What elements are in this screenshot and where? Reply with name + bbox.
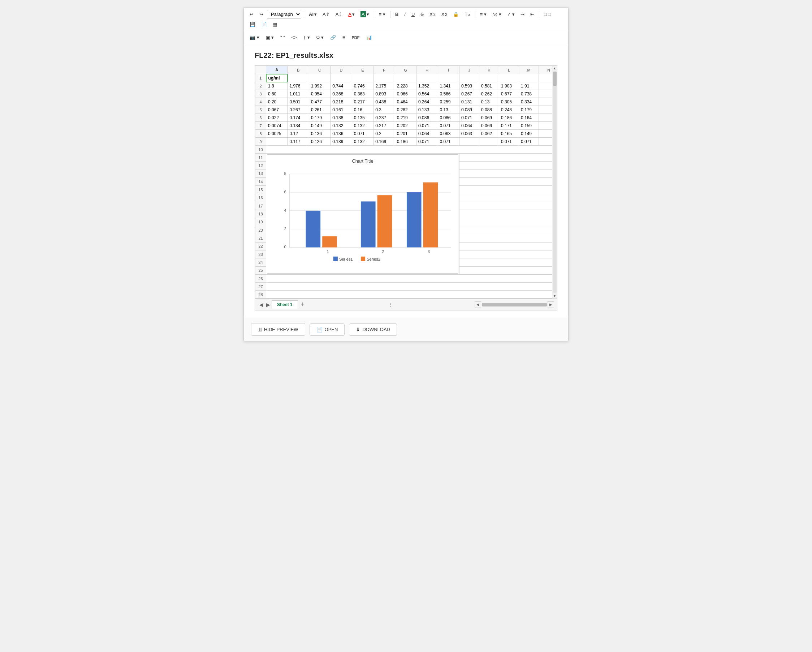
cell-e4[interactable]: 0.217 xyxy=(352,98,373,106)
export-button[interactable]: 📄 xyxy=(259,20,269,29)
cell-n4[interactable] xyxy=(539,98,552,106)
cell-j7[interactable]: 0.064 xyxy=(459,122,479,130)
open-button[interactable]: 📄 OPEN xyxy=(310,323,345,336)
superscript-button[interactable]: X2 xyxy=(439,10,450,18)
cell-n5[interactable] xyxy=(539,106,552,114)
cell-n8[interactable] xyxy=(539,130,552,138)
tab-more-button[interactable]: ⋮ xyxy=(388,302,393,308)
cell-d1[interactable] xyxy=(331,74,352,82)
cell-h3[interactable]: 0.564 xyxy=(417,90,438,98)
col-header-f[interactable]: F xyxy=(374,66,395,74)
font-size-decrease-button[interactable]: A⇩ xyxy=(333,10,345,18)
cell-g6[interactable]: 0.219 xyxy=(395,114,416,122)
cell-m3[interactable]: 0.738 xyxy=(519,90,539,98)
cell-c6[interactable]: 0.179 xyxy=(309,114,330,122)
cell-a9[interactable] xyxy=(266,138,287,145)
cell-j8[interactable]: 0.063 xyxy=(459,130,479,138)
strikethrough-button[interactable]: S xyxy=(418,10,426,18)
cell-i3[interactable]: 0.566 xyxy=(438,90,459,98)
special-char-button[interactable]: Ω ▾ xyxy=(314,33,326,41)
cell-a3[interactable]: 0.60 xyxy=(266,90,287,98)
cell-j1[interactable] xyxy=(459,74,479,82)
cell-k8[interactable]: 0.062 xyxy=(479,130,499,138)
clear-format-button[interactable]: Tx xyxy=(462,10,472,18)
cell-d6[interactable]: 0.138 xyxy=(331,114,352,122)
cell-j6[interactable]: 0.071 xyxy=(459,114,479,122)
cell-f4[interactable]: 0.438 xyxy=(374,98,395,106)
col-header-g[interactable]: G xyxy=(395,66,416,74)
layout-button[interactable]: ▦ xyxy=(270,20,279,29)
vscroll-thumb[interactable] xyxy=(553,72,557,86)
cell-l5[interactable]: 0.248 xyxy=(499,106,519,114)
col-header-b[interactable]: B xyxy=(287,66,309,74)
cell-i6[interactable]: 0.086 xyxy=(438,114,459,122)
col-header-k[interactable]: K xyxy=(479,66,499,74)
cell-m6[interactable]: 0.164 xyxy=(519,114,539,122)
cell-h8[interactable]: 0.064 xyxy=(417,130,438,138)
cell-b8[interactable]: 0.12 xyxy=(287,130,309,138)
cell-l7[interactable]: 0.171 xyxy=(499,122,519,130)
cell-k3[interactable]: 0.262 xyxy=(479,90,499,98)
bold-button[interactable]: B xyxy=(393,10,401,18)
cell-i8[interactable]: 0.063 xyxy=(438,130,459,138)
cell-d7[interactable]: 0.132 xyxy=(331,122,352,130)
col-header-l[interactable]: L xyxy=(499,66,519,74)
add-sheet-button[interactable]: + xyxy=(299,301,307,308)
cell-i7[interactable]: 0.071 xyxy=(438,122,459,130)
cell-i9[interactable]: 0.071 xyxy=(438,138,459,145)
cell-a2[interactable]: 1.8 xyxy=(266,82,287,90)
cell-l6[interactable]: 0.186 xyxy=(499,114,519,122)
cell-k4[interactable]: 0.13 xyxy=(479,98,499,106)
cell-a6[interactable]: 0.022 xyxy=(266,114,287,122)
cell-b6[interactable]: 0.174 xyxy=(287,114,309,122)
code-button[interactable]: <> xyxy=(289,33,299,41)
cell-a8[interactable]: 0.0025 xyxy=(266,130,287,138)
ai-button[interactable]: AI ▾ xyxy=(307,10,319,18)
outdent-button[interactable]: ⇤ xyxy=(528,10,536,18)
cell-e6[interactable]: 0.135 xyxy=(352,114,373,122)
numlist-button[interactable]: № ▾ xyxy=(490,10,504,18)
cell-b9[interactable]: 0.117 xyxy=(287,138,309,145)
cell-g3[interactable]: 0.966 xyxy=(395,90,416,98)
cell-f7[interactable]: 0.217 xyxy=(374,122,395,130)
image-button[interactable]: 📷 ▾ xyxy=(247,33,261,41)
font-size-increase-button[interactable]: A⇧ xyxy=(321,10,332,18)
cell-d4[interactable]: 0.218 xyxy=(331,98,352,106)
table-insert-button[interactable]: □ □ xyxy=(542,10,553,18)
font-color-button[interactable]: A ▾ xyxy=(346,10,357,18)
formula-button[interactable]: ƒ ▾ xyxy=(301,33,312,41)
cell-e2[interactable]: 0.746 xyxy=(352,82,373,90)
tab-nav-right-button[interactable]: ▶ xyxy=(265,302,272,308)
cell-a4[interactable]: 0.20 xyxy=(266,98,287,106)
cell-c2[interactable]: 1.992 xyxy=(309,82,330,90)
cell-k9[interactable] xyxy=(479,138,499,145)
cell-h9[interactable]: 0.071 xyxy=(417,138,438,145)
cell-n2[interactable] xyxy=(539,82,552,90)
cell-a5[interactable]: 0.067 xyxy=(266,106,287,114)
locked-button[interactable]: 🔒 xyxy=(451,10,461,18)
checklist-button[interactable]: ✓ ▾ xyxy=(505,10,517,18)
cell-f1[interactable] xyxy=(374,74,395,82)
cell-h5[interactable]: 0.133 xyxy=(417,106,438,114)
cell-e5[interactable]: 0.16 xyxy=(352,106,373,114)
cell-g4[interactable]: 0.464 xyxy=(395,98,416,106)
col-header-a[interactable]: A xyxy=(266,66,287,74)
blockquote-button[interactable]: “ ” xyxy=(278,33,287,41)
col-header-e[interactable]: E xyxy=(352,66,373,74)
subscript-button[interactable]: X2 xyxy=(427,10,438,18)
cell-b7[interactable]: 0.134 xyxy=(287,122,309,130)
cell-j9[interactable] xyxy=(459,138,479,145)
cell-d2[interactable]: 0.744 xyxy=(331,82,352,90)
cell-h7[interactable]: 0.071 xyxy=(417,122,438,130)
cell-i1[interactable] xyxy=(438,74,459,82)
cell-m7[interactable]: 0.159 xyxy=(519,122,539,130)
cell-a7[interactable]: 0.0074 xyxy=(266,122,287,130)
cell-m4[interactable]: 0.334 xyxy=(519,98,539,106)
cell-h1[interactable] xyxy=(417,74,438,82)
cell-j3[interactable]: 0.267 xyxy=(459,90,479,98)
cell-c5[interactable]: 0.261 xyxy=(309,106,330,114)
cell-j4[interactable]: 0.131 xyxy=(459,98,479,106)
cell-e8[interactable]: 0.071 xyxy=(352,130,373,138)
cell-l4[interactable]: 0.305 xyxy=(499,98,519,106)
cell-k6[interactable]: 0.069 xyxy=(479,114,499,122)
